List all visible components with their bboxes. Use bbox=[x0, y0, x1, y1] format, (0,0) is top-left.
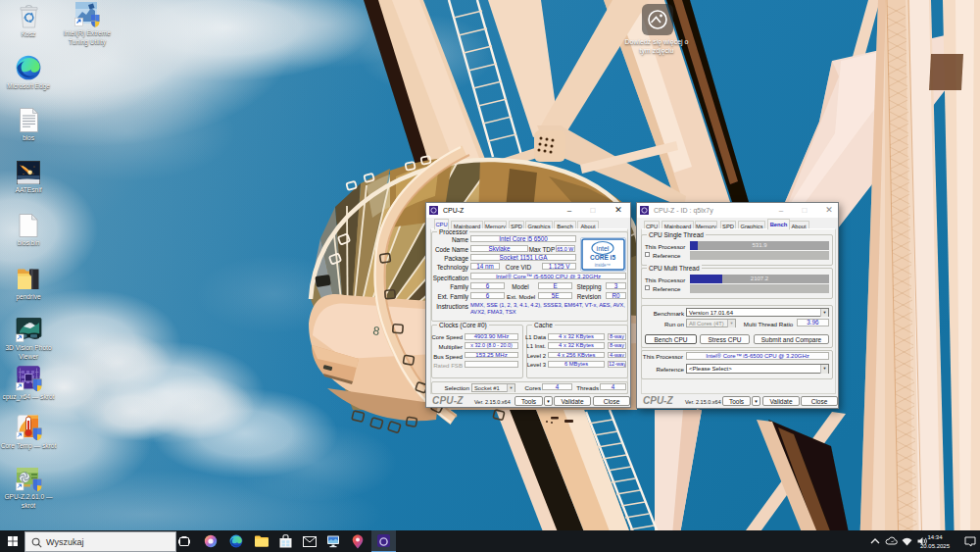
svg-text:intel: intel bbox=[597, 245, 610, 252]
svg-text:inside™: inside™ bbox=[595, 263, 611, 268]
svg-text:CORE i5: CORE i5 bbox=[590, 254, 615, 261]
